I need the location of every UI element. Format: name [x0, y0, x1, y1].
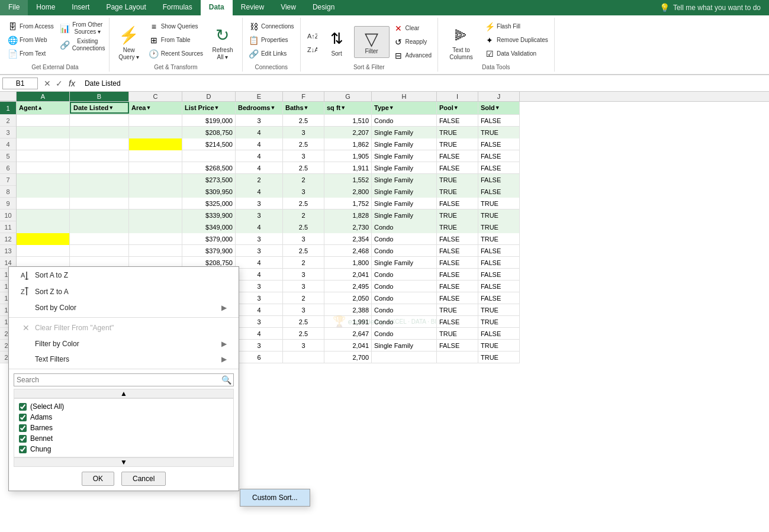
checkbox-select-all[interactable]: (Select All) [19, 401, 229, 412]
group-connections-label: Connections [255, 64, 288, 72]
filter-search-input[interactable] [14, 373, 234, 386]
row-num-6[interactable]: 6 [0, 162, 16, 174]
row-num-5[interactable]: 5 [0, 150, 16, 162]
refresh-all-button[interactable]: ↻ RefreshAll ▾ [207, 20, 239, 64]
remove-duplicates-button[interactable]: ✦ Remove Duplicates [482, 34, 551, 47]
properties-button[interactable]: 📋 Properties [246, 34, 297, 47]
checkbox-barnes-input[interactable] [19, 424, 27, 432]
col-header-C[interactable]: C [129, 92, 182, 101]
tab-home[interactable]: Home [28, 0, 63, 15]
from-table-icon: ⊞ [149, 35, 159, 46]
remove-duplicates-icon: ✦ [484, 35, 495, 46]
row-num-11[interactable]: 11 [0, 221, 16, 233]
custom-sort-item[interactable]: Custom Sort... [240, 489, 310, 506]
clear-button[interactable]: ✕ Clear [391, 22, 434, 35]
col-header-F[interactable]: F [283, 92, 324, 101]
from-text-button[interactable]: 📄 From Text [5, 47, 56, 60]
recent-sources-button[interactable]: 🕐 Recent Sources [146, 47, 205, 60]
data-validation-button[interactable]: ☑ Data Validation [482, 47, 551, 60]
menu-sort-za[interactable]: Z Sort Z to A [9, 283, 239, 300]
row-num-8[interactable]: 8 [0, 186, 16, 198]
scroll-down-button[interactable]: ▼ [14, 457, 234, 467]
row-num-3[interactable]: 3 [0, 127, 16, 138]
cell-reference[interactable] [2, 78, 38, 89]
row-num-2[interactable]: 2 [0, 115, 16, 127]
confirm-formula-icon[interactable]: ✓ [54, 78, 64, 89]
filter-by-color-arrow: ▶ [221, 340, 227, 348]
from-table-label: From Table [161, 37, 191, 44]
checkbox-barnes[interactable]: Barnes [19, 423, 229, 433]
filter-button[interactable]: ▽ Filter [354, 26, 390, 58]
menu-sort-by-color[interactable]: Sort by Color ▶ [9, 300, 239, 315]
edit-links-button[interactable]: 🔗 Edit Links [246, 47, 297, 60]
reapply-label: Reapply [406, 38, 427, 46]
checkbox-chung[interactable]: Chung [19, 444, 229, 454]
from-web-button[interactable]: 🌐 From Web [5, 34, 56, 47]
ok-button[interactable]: OK [82, 472, 114, 486]
tab-file[interactable]: File [0, 0, 28, 15]
col-header-I[interactable]: I [437, 92, 478, 101]
row-num-13[interactable]: 13 [0, 245, 16, 257]
menu-text-filters[interactable]: Text Filters ▶ [9, 352, 239, 367]
from-table-button[interactable]: ⊞ From Table [146, 34, 205, 47]
from-other-sources-button[interactable]: 📊 From Other Sources ▾ [57, 20, 105, 37]
sort-za-button[interactable]: Z↓A [304, 43, 320, 56]
menu-sort-az[interactable]: A Sort A to Z [9, 267, 239, 283]
from-access-button[interactable]: 🗄 From Access [5, 20, 56, 33]
reapply-button[interactable]: ↺ Reapply [391, 36, 434, 49]
new-query-button[interactable]: ⚡ NewQuery ▾ [113, 20, 145, 64]
tab-page-layout[interactable]: Page Layout [98, 0, 154, 15]
menu-clear-filter-label: Clear Filter From "Agent" [35, 324, 114, 332]
tab-view[interactable]: View [272, 0, 304, 15]
row-num-12[interactable]: 12 [0, 233, 16, 245]
col-header-B[interactable]: B [70, 92, 129, 101]
col-header-D[interactable]: D [182, 92, 236, 101]
tab-insert[interactable]: Insert [63, 0, 98, 15]
refresh-all-icon: ↻ [211, 23, 234, 47]
row-num-1[interactable]: 1 [0, 102, 16, 115]
row-num-9[interactable]: 9 [0, 198, 16, 209]
checkbox-select-all-input[interactable] [19, 403, 27, 411]
reapply-icon: ↺ [393, 37, 404, 47]
sort-az-button[interactable]: A↑Z [304, 29, 320, 42]
col-header-H[interactable]: H [372, 92, 437, 101]
connections-button[interactable]: ⛓ Connections [246, 20, 297, 33]
from-text-label: From Text [20, 50, 46, 57]
text-filters-arrow: ▶ [221, 355, 227, 363]
existing-connections-label: Existing Connections [72, 38, 103, 52]
row-num-4[interactable]: 4 [0, 138, 16, 150]
show-queries-button[interactable]: ≡ Show Queries [146, 20, 205, 33]
tab-formulas[interactable]: Formulas [155, 0, 201, 15]
flash-fill-button[interactable]: ⚡ Flash Fill [482, 20, 551, 33]
formula-input[interactable] [82, 78, 767, 89]
text-to-columns-button[interactable]: ⫸ Text to Columns [442, 20, 481, 64]
col-header-J[interactable]: J [478, 92, 520, 101]
advanced-button[interactable]: ⊟ Advanced [391, 49, 434, 62]
menu-sort-za-label: Sort Z to A [35, 288, 69, 296]
sort-label: Sort [331, 50, 342, 57]
tab-design[interactable]: Design [304, 0, 343, 15]
checkbox-adams-input[interactable] [19, 414, 27, 421]
col-header-E[interactable]: E [236, 92, 283, 101]
filter-label: Filter [365, 48, 378, 55]
scroll-up-button[interactable]: ▲ [14, 389, 234, 398]
cancel-button[interactable]: Cancel [121, 472, 166, 486]
menu-filter-by-color[interactable]: Filter by Color ▶ [9, 336, 239, 352]
col-header-A[interactable]: A [17, 92, 70, 101]
cancel-formula-icon[interactable]: ✕ [43, 78, 52, 89]
header-cell-bedrooms: Bedrooms ▼ [236, 102, 283, 114]
existing-connections-button[interactable]: 🔗 Existing Connections [57, 37, 105, 53]
group-data-tools: ⫸ Text to Columns ⚡ Flash Fill ✦ Remove … [438, 18, 555, 72]
row-num-10[interactable]: 10 [0, 209, 16, 221]
checkbox-bennet[interactable]: Bennet [19, 433, 229, 444]
scroll-down-icon: ▼ [120, 458, 127, 466]
sort-button[interactable]: ⇅ Sort [321, 24, 353, 60]
menu-sort-by-color-label: Sort by Color [35, 304, 76, 312]
checkbox-bennet-input[interactable] [19, 435, 27, 443]
checkbox-chung-input[interactable] [19, 446, 27, 453]
col-header-G[interactable]: G [324, 92, 372, 101]
checkbox-adams[interactable]: Adams [19, 412, 229, 423]
tab-review[interactable]: Review [233, 0, 272, 15]
row-num-7[interactable]: 7 [0, 174, 16, 186]
tab-data[interactable]: Data [201, 0, 233, 15]
